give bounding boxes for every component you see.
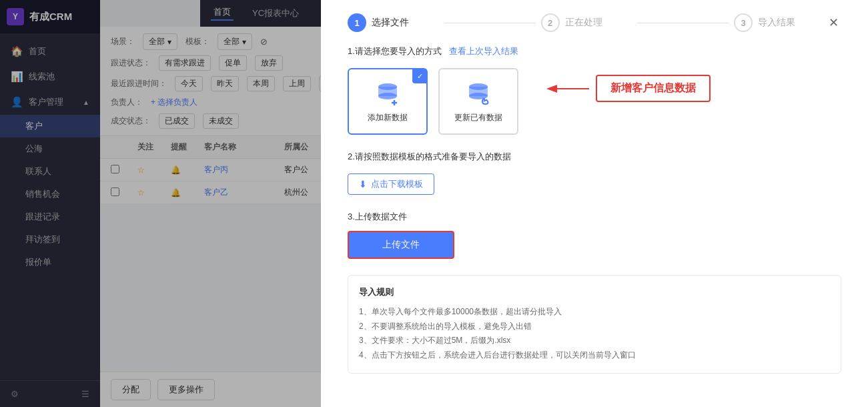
import-section: ✓ 添加新数据 (348, 68, 841, 135)
modal-overlay: 1 选择文件 2 正在处理 3 导入结果 (0, 0, 868, 407)
view-last-result-link[interactable]: 查看上次导入结果 (449, 46, 518, 56)
import-card-update[interactable]: 更新已有数据 (438, 68, 518, 135)
stepper: 1 选择文件 2 正在处理 3 导入结果 (321, 0, 868, 45)
annotation-text: 新增客户信息数据 (596, 75, 711, 102)
step-1: 1 选择文件 (348, 13, 439, 32)
download-label: 点击下载模板 (371, 178, 423, 190)
step1-title: 1.请选择您要导入的方式 查看上次导入结果 (348, 45, 841, 57)
step-circle-3: 3 (734, 13, 753, 32)
step2-title: 2.请按照数据模板的格式准备要导入的数据 (348, 151, 841, 163)
rule-1: 2、不要调整系统给出的导入模板，避免导入出错 (359, 320, 830, 334)
step-3: 3 导入结果 (734, 13, 825, 32)
add-new-db-icon (374, 80, 401, 107)
rule-2: 3、文件要求：大小不超过5M，后缀为.xlsx (359, 334, 830, 348)
annotation-container: 新增客户信息数据 (542, 75, 711, 102)
selected-check-icon: ✓ (412, 69, 427, 83)
step-circle-1: 1 (348, 13, 366, 32)
step-circle-2: 2 (541, 13, 560, 32)
download-icon: ⬇ (359, 179, 367, 189)
rules-list: 1、单次导入每个文件最多10000条数据，超出请分批导入 2、不要调整系统给出的… (359, 305, 830, 362)
modal-body: 1.请选择您要导入的方式 查看上次导入结果 ✓ (321, 45, 868, 407)
update-label: 更新已有数据 (454, 112, 502, 123)
step3-title: 3.上传数据文件 (348, 211, 841, 223)
step-2: 2 正在处理 (541, 13, 632, 32)
modal-close-button[interactable]: ✕ (825, 15, 841, 31)
step-label-3: 导入结果 (758, 17, 795, 29)
add-new-label: 添加新数据 (368, 112, 408, 123)
modal-panel: 1 选择文件 2 正在处理 3 导入结果 (321, 0, 868, 407)
rules-section: 导入规则 1、单次导入每个文件最多10000条数据，超出请分批导入 2、不要调整… (348, 275, 841, 374)
rule-0: 1、单次导入每个文件最多10000条数据，超出请分批导入 (359, 305, 830, 320)
import-card-add-new[interactable]: ✓ 添加新数据 (348, 68, 428, 135)
step-label-1: 选择文件 (372, 17, 409, 29)
step-line-2 (637, 23, 729, 23)
step-label-2: 正在处理 (565, 17, 602, 29)
step-line-1 (444, 23, 536, 23)
rule-3: 4、点击下方按钮之后，系统会进入后台进行数据处理，可以关闭当前导入窗口 (359, 348, 830, 363)
upload-file-button[interactable]: 上传文件 (348, 231, 454, 259)
download-template-button[interactable]: ⬇ 点击下载模板 (348, 173, 434, 195)
annotation-arrow (542, 75, 596, 102)
update-db-icon (465, 80, 492, 107)
svg-point-2 (378, 93, 397, 99)
rules-title: 导入规则 (359, 286, 830, 298)
